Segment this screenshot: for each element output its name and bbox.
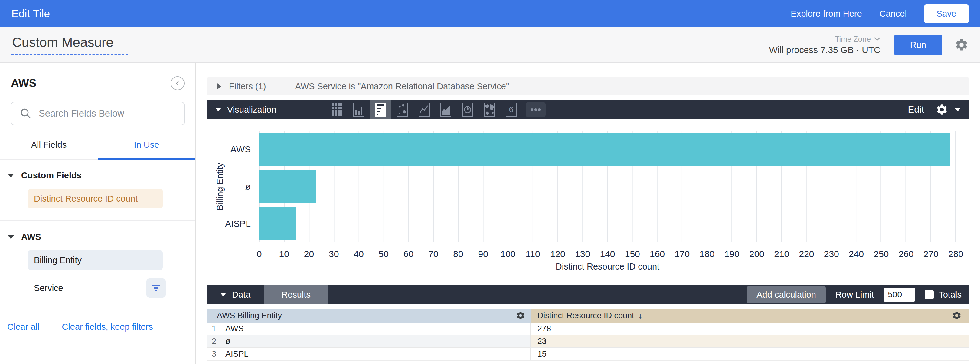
column-chart-icon[interactable]: [348, 100, 370, 119]
svg-text:6: 6: [509, 105, 514, 114]
bar-ø[interactable]: [259, 170, 317, 203]
row-number: 1: [207, 322, 221, 335]
window-title: Edit Tile: [11, 8, 50, 20]
column-gear-icon[interactable]: [952, 311, 962, 320]
bar-AISPL[interactable]: [259, 208, 296, 240]
y-axis-categories: AWSøAISPL: [226, 131, 259, 242]
top-app-bar: Edit Tile Explore from Here Cancel Save: [0, 0, 980, 27]
field-tabs: All Fields In Use: [0, 140, 196, 160]
x-axis-tick: 120: [550, 249, 565, 259]
totals-checkbox[interactable]: [925, 290, 934, 299]
run-button[interactable]: Run: [894, 35, 942, 55]
field-picker-sidebar: AWS All Fields In Use Custom Fields Dist…: [0, 63, 196, 364]
single-value-icon[interactable]: 6: [500, 100, 522, 119]
line-chart-icon[interactable]: [413, 100, 435, 119]
more-options-icon[interactable]: [526, 102, 546, 117]
x-axis-ticks: 0102030405060708090100110120130140150160…: [259, 242, 956, 261]
cancel-button[interactable]: Cancel: [880, 9, 907, 19]
caret-down-icon: [8, 235, 14, 239]
table-row: 2ø23: [207, 335, 969, 348]
column-header-distinct-resource-id-count[interactable]: Distinct Resource ID count ↓: [531, 308, 969, 322]
x-axis-tick: 280: [948, 249, 963, 259]
x-axis-tick: 130: [575, 249, 590, 259]
sort-desc-icon[interactable]: ↓: [638, 311, 643, 320]
tab-all-fields[interactable]: All Fields: [0, 140, 98, 160]
viz-edit-button[interactable]: Edit: [908, 104, 924, 115]
caret-down-icon: [221, 293, 226, 297]
x-axis-tick: 30: [329, 249, 339, 259]
results-tab[interactable]: Results: [264, 285, 328, 304]
custom-fields-section: Custom Fields Distinct Resource ID count: [0, 160, 196, 208]
area-chart-icon[interactable]: [435, 100, 457, 119]
x-axis-tick: 40: [353, 249, 364, 259]
x-axis-tick: 240: [849, 249, 864, 259]
y-axis-category: AISPL: [226, 205, 259, 242]
pie-chart-icon[interactable]: [457, 100, 479, 119]
visualization-section-toggle[interactable]: Visualization: [216, 105, 276, 115]
x-axis-tick: 180: [699, 249, 714, 259]
bar-AWS[interactable]: [259, 133, 950, 166]
field-item-service[interactable]: Service: [28, 278, 163, 298]
time-zone-dropdown[interactable]: Time Zone: [835, 35, 880, 44]
x-axis-tick: 100: [500, 249, 515, 259]
x-axis-tick: 230: [824, 249, 839, 259]
x-axis-tick: 160: [650, 249, 665, 259]
add-calculation-button[interactable]: Add calculation: [747, 286, 826, 303]
explore-name: AWS: [11, 77, 36, 89]
column-header-billing-entity[interactable]: AWS Billing Entity: [207, 308, 531, 322]
settings-gear-icon[interactable]: [955, 38, 969, 52]
y-axis-title: Billing Entity: [214, 131, 226, 242]
caret-down-icon: [8, 174, 14, 177]
x-axis-tick: 220: [799, 249, 814, 259]
data-section-toggle[interactable]: Data: [207, 290, 264, 300]
visualization-toolbar: Visualization 6 Edit: [207, 100, 969, 119]
chevron-down-icon: [874, 37, 880, 41]
field-item-distinct-resource-id-count[interactable]: Distinct Resource ID count: [28, 189, 163, 208]
filter-by-field-button[interactable]: [146, 278, 166, 298]
viz-settings-gear-icon[interactable]: [935, 103, 948, 116]
filters-bar[interactable]: Filters (1) AWS Service is "Amazon Relat…: [207, 77, 969, 96]
x-axis-tick: 140: [600, 249, 615, 259]
collapse-sidebar-button[interactable]: [170, 76, 185, 90]
expand-filters-icon: [218, 83, 221, 89]
bar-chart-icon[interactable]: [370, 100, 391, 119]
explore-from-here-link[interactable]: Explore from Here: [791, 9, 862, 19]
sidebar-footer: Clear all Clear fields, keep filters: [0, 310, 196, 332]
cell-billing-entity[interactable]: ø: [221, 335, 231, 347]
save-button[interactable]: Save: [924, 4, 969, 23]
row-number: 2: [207, 335, 221, 347]
table-header-row: AWS Billing Entity Distinct Resource ID …: [207, 308, 969, 322]
x-axis-tick: 60: [404, 249, 414, 259]
x-axis-tick: 150: [625, 249, 640, 259]
table-body: 1AWS2782ø233AISPL15: [207, 322, 969, 361]
clear-fields-keep-filters-link[interactable]: Clear fields, keep filters: [62, 322, 153, 332]
chart-plot: [259, 131, 956, 242]
y-axis-category: AWS: [226, 131, 259, 168]
cell-billing-entity[interactable]: AISPL: [221, 348, 249, 360]
cell-billing-entity[interactable]: AWS: [221, 322, 244, 335]
custom-fields-section-header[interactable]: Custom Fields: [0, 171, 196, 180]
cell-distinct-resource-id-count[interactable]: 278: [531, 322, 969, 335]
field-item-billing-entity[interactable]: Billing Entity: [28, 251, 163, 270]
field-search-box[interactable]: [11, 102, 185, 125]
table-chart-icon[interactable]: [326, 100, 348, 119]
x-axis-tick: 0: [257, 249, 262, 259]
search-input[interactable]: [39, 108, 176, 119]
cell-distinct-resource-id-count[interactable]: 15: [531, 348, 969, 360]
x-axis-tick: 170: [675, 249, 690, 259]
row-limit-input[interactable]: [883, 288, 915, 302]
x-axis-title: Distinct Resource ID count: [259, 261, 956, 271]
chevron-left-icon: [174, 80, 181, 86]
tab-in-use[interactable]: In Use: [98, 140, 196, 160]
aws-fields-section: AWS Billing Entity Service: [0, 221, 196, 298]
clear-all-link[interactable]: Clear all: [7, 322, 39, 332]
scatter-chart-icon[interactable]: [391, 100, 413, 119]
cell-distinct-resource-id-count[interactable]: 23: [531, 335, 969, 347]
map-chart-icon[interactable]: [479, 100, 500, 119]
column-gear-icon[interactable]: [516, 311, 525, 320]
query-cost-text: Will process 7.35 GB · UTC: [769, 45, 880, 55]
search-icon: [19, 107, 32, 120]
x-axis-tick: 70: [428, 249, 438, 259]
page-title[interactable]: Custom Measure: [11, 35, 128, 55]
aws-section-header[interactable]: AWS: [0, 232, 196, 242]
